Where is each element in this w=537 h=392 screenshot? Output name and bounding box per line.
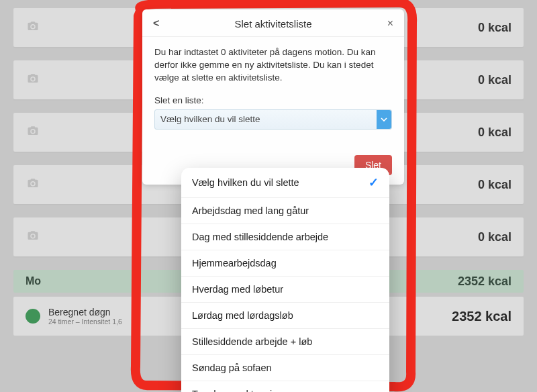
dropdown-option[interactable]: Hverdag med løbetur xyxy=(181,277,389,303)
option-label: Stillesiddende arbejde + løb xyxy=(192,336,312,347)
option-label: Torsdag med tennis xyxy=(192,389,277,392)
modal-body: Du har indtastet 0 aktiviteter på dagens… xyxy=(142,37,404,130)
option-label: Dag med stillesiddende arbejde xyxy=(192,232,328,242)
select-dropdown: Vælg hvilken du vil slette ✓ Arbejdsdag … xyxy=(181,168,389,392)
dropdown-option[interactable]: Søndag på sofaen xyxy=(181,355,389,381)
dropdown-option[interactable]: Lørdag med lørdagsløb xyxy=(181,303,389,329)
dropdown-option[interactable]: Dag med stillesiddende arbejde xyxy=(181,224,389,250)
chevron-down-icon xyxy=(377,110,391,129)
modal-title: Slet aktivitetsliste xyxy=(234,18,311,30)
dropdown-option[interactable]: Stillesiddende arbejde + løb xyxy=(181,329,389,355)
check-icon: ✓ xyxy=(369,175,379,190)
select-label: Slet en liste: xyxy=(154,95,392,105)
modal-description: Du har indtastet 0 aktiviteter på dagens… xyxy=(154,46,392,85)
back-button[interactable]: < xyxy=(153,17,159,30)
option-label: Arbejdsdag med lang gåtur xyxy=(192,205,309,216)
option-label: Hverdag med løbetur xyxy=(192,284,283,295)
delete-list-modal: < Slet aktivitetsliste × Du har indtaste… xyxy=(142,9,404,185)
option-label: Søndag på sofaen xyxy=(192,362,272,373)
modal-header: < Slet aktivitetsliste × xyxy=(142,9,404,37)
option-label: Vælg hvilken du vil slette xyxy=(192,177,299,188)
dropdown-option[interactable]: Hjemmearbejdsdag xyxy=(181,250,389,277)
close-icon[interactable]: × xyxy=(387,17,393,30)
list-select[interactable]: Vælg hvilken du vil slette xyxy=(154,109,392,130)
dropdown-option[interactable]: Vælg hvilken du vil slette ✓ xyxy=(181,168,389,198)
dropdown-option[interactable]: Torsdag med tennis xyxy=(181,381,389,392)
dropdown-option[interactable]: Arbejdsdag med lang gåtur xyxy=(181,198,389,224)
select-value: Vælg hvilken du vil slette xyxy=(160,114,260,124)
option-label: Lørdag med lørdagsløb xyxy=(192,310,293,321)
option-label: Hjemmearbejdsdag xyxy=(192,258,277,268)
